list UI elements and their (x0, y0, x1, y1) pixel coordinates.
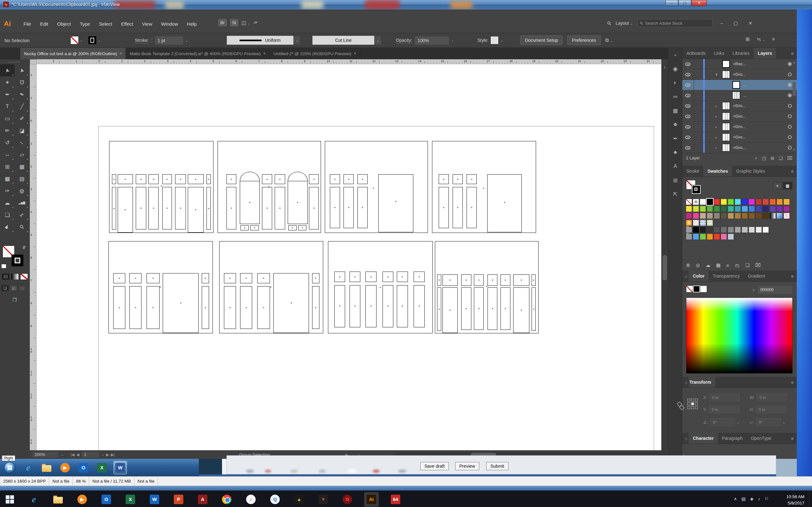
swatch[interactable] (700, 199, 706, 205)
panel-menu-icon[interactable]: ≡ (772, 37, 775, 42)
new-sublayer-icon[interactable]: ⊞ (771, 156, 774, 161)
tab-links[interactable]: Links (710, 48, 728, 59)
scroll-up-icon[interactable]: ∧ (792, 61, 796, 64)
stroke-weight-field[interactable]: 1 pt (155, 36, 183, 45)
cabinet-group-7[interactable]: ××××××××××××× (328, 241, 433, 333)
swatch[interactable] (734, 227, 741, 233)
draw-inside-button[interactable]: ◳ (18, 285, 26, 291)
layer-thumbnail[interactable] (722, 144, 730, 152)
layer-thumbnail[interactable] (732, 81, 740, 89)
blend-tool[interactable]: ◍ (14, 185, 29, 197)
app-minimize-icon[interactable]: – (717, 20, 726, 26)
badge64-icon[interactable]: 64 (388, 492, 403, 507)
swatch[interactable] (756, 199, 762, 205)
toolbar-grip[interactable]: •••••••• (0, 60, 29, 63)
document-setup-button[interactable]: Document Setup (520, 36, 563, 45)
tab-libraries[interactable]: Libraries (728, 48, 754, 59)
arch-door-top[interactable] (240, 172, 260, 181)
chrome-icon[interactable] (219, 492, 234, 507)
target-circle-icon[interactable] (788, 125, 792, 129)
opening-rect[interactable] (378, 174, 413, 232)
cabinet-group-8[interactable]: ××××××××××××××××× (435, 241, 539, 333)
swatch[interactable] (763, 213, 769, 219)
swatch[interactable] (721, 227, 727, 233)
layer-name[interactable]: <Gro... (733, 145, 746, 150)
chevron-right-icon[interactable]: › (715, 104, 716, 108)
visibility-eye-icon[interactable] (685, 62, 691, 66)
swatch[interactable] (749, 227, 755, 233)
visibility-eye-icon[interactable] (685, 83, 691, 87)
arrow-right-icon[interactable]: › (452, 39, 453, 43)
artboard-tool[interactable]: ❏ (0, 209, 14, 221)
locate-object-icon[interactable]: ⌕ (755, 155, 757, 161)
swatch[interactable] (742, 199, 748, 205)
brush-definition-select[interactable]: Cut Line (312, 36, 374, 45)
opacity-field[interactable]: 100% (415, 36, 450, 45)
eraser-tool[interactable]: ◪ (14, 124, 29, 136)
layer-row-5[interactable]: ›<Gro... (682, 101, 797, 111)
type-tool[interactable]: T (0, 101, 14, 112)
swatch[interactable] (700, 220, 706, 226)
menu-select[interactable]: Select (95, 19, 117, 29)
volume-icon[interactable]: ♪ (756, 496, 762, 501)
layers-scroll-thumb[interactable] (793, 82, 796, 96)
transform-widget-icon[interactable]: ⧉ ⌄ (605, 38, 613, 43)
swatch[interactable] (700, 227, 706, 233)
collapse-icon[interactable]: ◇ (685, 381, 687, 384)
gradient-tool[interactable]: ▤ (14, 173, 29, 185)
word-icon[interactable]: W (147, 492, 162, 507)
layer-thumbnail[interactable] (722, 112, 730, 120)
swatch[interactable] (693, 227, 699, 233)
layer-name[interactable]: <Gro... (733, 114, 746, 118)
swatch[interactable] (686, 220, 692, 226)
zoom-tool[interactable]: ⚲ (14, 221, 29, 233)
search-icon[interactable]: ⚲ (606, 20, 613, 26)
swatch[interactable] (728, 213, 734, 219)
selection-tool[interactable]: ➤ (0, 64, 14, 76)
swatch[interactable] (769, 213, 776, 219)
swatch[interactable] (700, 213, 706, 219)
layer-row-1[interactable]: <Rec... (682, 59, 797, 69)
swatch-registration[interactable]: ⊕ (693, 199, 699, 205)
hex-field[interactable]: 000000 (757, 285, 792, 294)
visibility-eye-icon[interactable] (685, 135, 691, 139)
swatch[interactable] (756, 206, 762, 212)
target-circle-icon[interactable] (788, 146, 792, 150)
brushes-icon[interactable]: ❖ (668, 118, 682, 131)
menu-file[interactable]: File (19, 19, 36, 29)
w-field[interactable]: 0 in (757, 394, 787, 401)
free-transform-tool[interactable]: ▱ (14, 149, 29, 161)
line-segment-tool[interactable]: ╱ (14, 101, 29, 112)
embedded-explorer-icon[interactable] (40, 461, 53, 474)
fill-swatch[interactable] (70, 36, 79, 44)
show-desktop-button[interactable] (809, 491, 812, 507)
submit-button[interactable]: Submit (486, 462, 508, 470)
cloud-sync-icon[interactable]: ☁ (706, 262, 711, 268)
artboard-number-field[interactable]: 1 (81, 451, 100, 458)
color-black-chip[interactable] (693, 285, 700, 292)
chevron-down-icon[interactable]: ⌄ (101, 453, 104, 456)
layer-name[interactable]: <Gro... (733, 124, 746, 129)
chevron-down-icon[interactable]: ∨ (715, 72, 718, 76)
swatch[interactable] (728, 199, 734, 205)
visibility-eye-icon[interactable] (685, 115, 691, 118)
swatch[interactable] (763, 206, 769, 212)
media-player-icon[interactable]: ▶ (75, 492, 90, 507)
swatch[interactable] (721, 213, 727, 219)
chevron-down-icon[interactable]: ⌄ (80, 39, 83, 42)
tab-graphic-styles[interactable]: Graphic Styles (732, 166, 769, 176)
layers-scrollbar[interactable]: ∧∨ (792, 61, 796, 151)
column-graph-tool[interactable]: ▂▅▇ (14, 197, 29, 209)
layer-thumbnail[interactable] (722, 102, 730, 110)
collapse-icon[interactable]: ◇ (685, 274, 687, 278)
document-tab-3[interactable]: Untitled-2* @ 220% (RGB/GPU Preview)× (270, 48, 360, 59)
arrange-documents-icon[interactable]: ◫ ⌄ (241, 20, 250, 26)
swatch[interactable] (742, 227, 748, 233)
layer-row-3[interactable]: ... (682, 80, 797, 90)
swatch-options-icon[interactable]: ≡ (726, 263, 729, 268)
swatch[interactable] (714, 227, 720, 233)
chevron-down-icon[interactable]: ⌄ (98, 39, 100, 42)
target-selected-icon[interactable] (788, 94, 792, 97)
swatch[interactable] (707, 233, 713, 240)
transform-tab[interactable]: Transform (689, 377, 715, 388)
